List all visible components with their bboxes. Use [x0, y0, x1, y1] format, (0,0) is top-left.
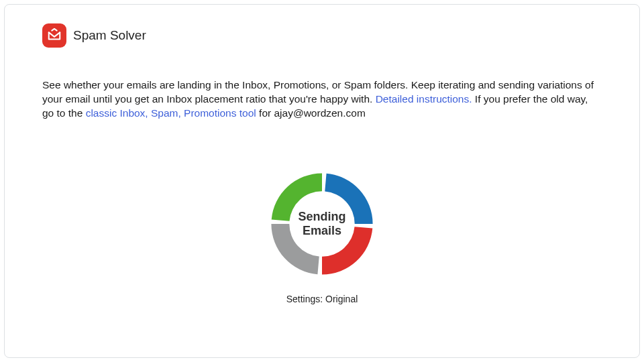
- spinner-center-label: Sending Emails: [266, 168, 378, 280]
- header: Spam Solver: [42, 23, 602, 48]
- sending-spinner: Sending Emails: [266, 168, 378, 280]
- intro-text: See whether your emails are landing in t…: [42, 78, 602, 121]
- app-logo-icon: [42, 23, 66, 48]
- intro-part-3: for ajay@wordzen.com: [256, 107, 366, 119]
- spinner-area: Sending Emails Settings: Original: [42, 168, 602, 304]
- app-title: Spam Solver: [73, 28, 146, 43]
- main-card: Spam Solver See whether your emails are …: [4, 4, 640, 358]
- settings-label: Settings: Original: [286, 294, 358, 304]
- classic-tool-link[interactable]: classic Inbox, Spam, Promotions tool: [86, 107, 256, 119]
- detailed-instructions-link[interactable]: Detailed instructions.: [376, 93, 472, 105]
